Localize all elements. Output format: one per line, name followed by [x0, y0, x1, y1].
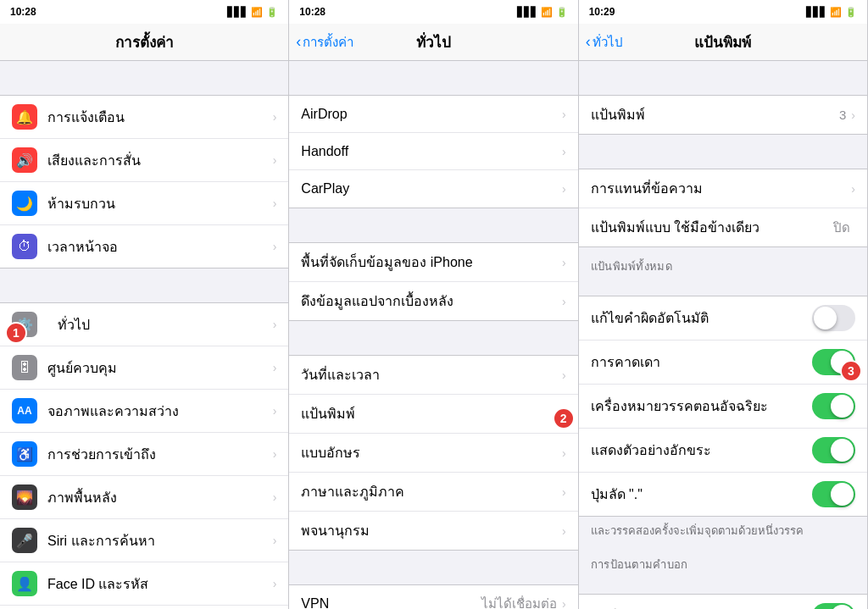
wifi-icon-1: 📶 — [251, 7, 263, 18]
list-item[interactable]: 🌙 ห้ามรบกวน › — [0, 182, 288, 225]
item-label: แก้ไขคำผิดอัตโนมัติ — [591, 307, 812, 329]
dictation-toggle[interactable] — [812, 603, 855, 609]
list-item[interactable]: เปิดใช้งานการป้อนตามคำบอก — [579, 595, 867, 609]
wallpaper-icon: 🌄 — [12, 484, 37, 510]
list-item[interactable]: CarPlay › — [289, 170, 577, 208]
status-icons-1: ▋▋▋ 📶 🔋 — [227, 7, 278, 18]
list-item[interactable]: ⚙️ 1 ทั่วไป › — [0, 303, 288, 346]
list-item[interactable]: แก้ไขคำผิดอัตโนมัติ — [579, 296, 867, 340]
chevron-right-icon: › — [273, 404, 277, 418]
nav-title-2: ทั่วไป — [416, 30, 451, 53]
item-label: จอภาพและความสว่าง — [47, 401, 273, 422]
item-label: การแจ้งเตือน — [47, 107, 273, 128]
chevron-right-icon: › — [562, 368, 566, 382]
chevron-right-icon: › — [562, 145, 566, 158]
screen-time-icon: ⏱ — [12, 234, 37, 259]
period-shortcut-toggle[interactable] — [812, 481, 855, 507]
list-item[interactable]: ดึงข้อมูลแอปจากเบื้องหลัง › — [289, 282, 577, 320]
time-2: 10:28 — [299, 6, 326, 18]
item-label: เครื่องหมายวรรคตอนอัจฉริยะ — [591, 396, 812, 417]
chevron-right-icon: › — [273, 110, 277, 124]
panel-2-content[interactable]: AirDrop › Handoff › CarPlay › พื้นที่จัด… — [289, 61, 577, 609]
item-label: ภาษาและภูมิภาค — [301, 481, 562, 502]
item-label: ดึงข้อมูลแอปจากเบื้องหลัง — [301, 291, 562, 312]
icon-wrap: ⚙️ 1 — [12, 312, 47, 337]
item-label: Handoff — [301, 144, 562, 159]
settings-group-1b: ⚙️ 1 ทั่วไป › 🎛 ศูนย์ควบคุม › AA จอภาพแล… — [0, 302, 288, 609]
autocorrect-toggle[interactable] — [812, 305, 855, 331]
panel-3-content[interactable]: แป้นพิมพ์ 3 › การแทนที่ข้อความ › แป้นพิม… — [579, 61, 867, 609]
list-item[interactable]: วันที่และเวลา › — [289, 356, 577, 395]
item-label: แสดงตัวอย่างอักขระ — [591, 440, 812, 461]
list-item[interactable]: 🎛 ศูนย์ควบคุม › — [0, 346, 288, 390]
back-label-3: ทั่วไป — [593, 32, 623, 53]
list-item[interactable]: การแทนที่ข้อความ › — [579, 169, 867, 208]
back-chevron-icon-3: ‹ — [586, 33, 591, 51]
list-item[interactable]: การคาดเดา 3 — [579, 340, 867, 385]
panel-general: 10:28 ▋▋▋ 📶 🔋 ‹ การตั้งค่า ทั่วไป AirDro… — [289, 0, 578, 609]
item-label: แบบอักษร — [301, 442, 562, 463]
settings-group-3a: แป้นพิมพ์ 3 › — [579, 95, 867, 135]
chevron-right-icon: › — [273, 490, 277, 504]
char-preview-toggle[interactable] — [812, 437, 855, 463]
list-item[interactable]: 🔔 การแจ้งเตือน › — [0, 96, 288, 139]
list-item[interactable]: ♿ การช่วยการเข้าถึง › — [0, 433, 288, 476]
list-item[interactable]: 🔊 เสียงและการสั่น › — [0, 139, 288, 182]
step-badge-1: 1 — [5, 322, 27, 344]
list-item[interactable]: พจนานุกรม › — [289, 512, 577, 550]
item-label: แป้นพิมพ์แบบ ใช้มือข้างเดียว — [591, 217, 833, 238]
chevron-right-icon: › — [562, 446, 566, 460]
list-item[interactable]: แสดงตัวอย่างอักขระ — [579, 429, 867, 473]
list-item[interactable]: 🌄 ภาพพื้นหลัง › — [0, 476, 288, 519]
toggle-wrap: 3 — [812, 349, 855, 375]
item-label: CarPlay — [301, 181, 562, 197]
status-bar-2: 10:28 ▋▋▋ 📶 🔋 — [289, 0, 577, 24]
battery-icon-1: 🔋 — [266, 7, 278, 18]
item-label: ห้ามรบกวน — [47, 193, 273, 214]
list-item[interactable]: AirDrop › — [289, 96, 577, 133]
item-label: แป้นพิมพ์ — [591, 104, 839, 125]
list-item[interactable]: 👤 Face ID และรหัส › — [0, 562, 288, 606]
settings-group-2a: AirDrop › Handoff › CarPlay › — [289, 95, 577, 208]
item-label: เสียงและการสั่น — [47, 150, 273, 171]
list-item[interactable]: แบบอักษร › — [289, 434, 577, 473]
settings-group-1a: 🔔 การแจ้งเตือน › 🔊 เสียงและการสั่น › 🌙 ห… — [0, 95, 288, 269]
panel-1-content[interactable]: 🔔 การแจ้งเตือน › 🔊 เสียงและการสั่น › 🌙 ห… — [0, 61, 288, 609]
item-label: พื้นที่จัดเก็บข้อมูลของ iPhone — [301, 252, 562, 273]
list-item[interactable]: แป้นพิมพ์ › 2 — [289, 395, 577, 434]
list-item[interactable]: AA จอภาพและความสว่าง › — [0, 390, 288, 433]
chevron-right-icon: › — [273, 534, 277, 547]
chevron-right-icon: › — [851, 182, 855, 196]
chevron-right-icon: › — [562, 182, 566, 196]
list-item[interactable]: SOS SOS ฉุกเฉิน › — [0, 606, 288, 609]
list-item[interactable]: แป้นพิมพ์แบบ ใช้มือข้างเดียว ปิด — [579, 208, 867, 246]
list-item[interactable]: แป้นพิมพ์ 3 › — [579, 96, 867, 134]
battery-icon-2: 🔋 — [556, 7, 568, 18]
nav-title-1: การตั้งค่า — [115, 30, 174, 53]
signal-icon-3: ▋▋▋ — [806, 7, 826, 18]
chevron-right-icon: › — [273, 577, 277, 590]
list-item[interactable]: VPN ไม่ได้เชื่อมต่อ › — [289, 585, 577, 609]
list-item[interactable]: เครื่องหมายวรรคตอนอัจฉริยะ — [579, 385, 867, 429]
chevron-right-icon: › — [562, 597, 566, 609]
nav-bar-1: การตั้งค่า — [0, 24, 288, 61]
battery-icon-3: 🔋 — [845, 7, 857, 18]
chevron-right-icon: › — [562, 485, 566, 499]
time-1: 10:28 — [10, 6, 36, 18]
back-button-3[interactable]: ‹ ทั่วไป — [586, 32, 623, 53]
status-bar-3: 10:29 ▋▋▋ 📶 🔋 — [579, 0, 867, 24]
list-item[interactable]: ภาษาและภูมิภาค › — [289, 473, 577, 512]
settings-group-2b: พื้นที่จัดเก็บข้อมูลของ iPhone › ดึงข้อม… — [289, 242, 577, 321]
smart-punct-toggle[interactable] — [812, 393, 855, 419]
chevron-right-icon: › — [851, 108, 855, 122]
list-item[interactable]: ปุ่มลัด "." — [579, 473, 867, 516]
list-item[interactable]: Handoff › — [289, 133, 577, 170]
step-badge-3: 3 — [840, 360, 862, 382]
panel-settings: 10:28 ▋▋▋ 📶 🔋 การตั้งค่า 🔔 การแจ้งเตือน … — [0, 0, 289, 609]
back-button-2[interactable]: ‹ การตั้งค่า — [296, 32, 353, 53]
time-3: 10:29 — [589, 6, 615, 18]
list-item[interactable]: 🎤 Siri และการค้นหา › — [0, 519, 288, 562]
list-item[interactable]: พื้นที่จัดเก็บข้อมูลของ iPhone › — [289, 243, 577, 282]
nav-title-3: แป้นพิมพ์ — [694, 30, 751, 53]
list-item[interactable]: ⏱ เวลาหน้าจอ › — [0, 225, 288, 268]
